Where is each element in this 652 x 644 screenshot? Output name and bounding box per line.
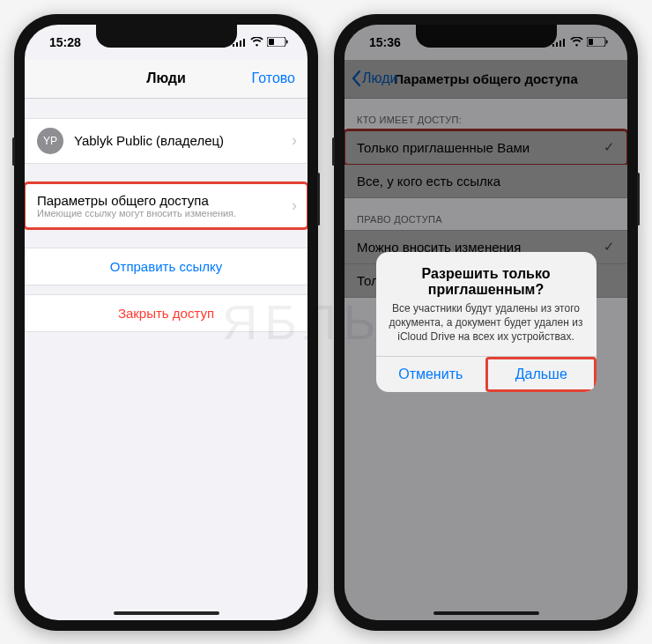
svg-rect-5 bbox=[269, 39, 274, 45]
stop-sharing-button[interactable]: Закрыть доступ bbox=[25, 294, 307, 332]
wifi-icon bbox=[250, 37, 263, 47]
svg-rect-0 bbox=[233, 44, 234, 47]
status-icons bbox=[233, 37, 288, 47]
sharing-params-row[interactable]: Параметры общего доступа Имеющие ссылку … bbox=[25, 183, 307, 228]
nav-bar: Люди Готово bbox=[25, 60, 307, 99]
home-indicator bbox=[433, 611, 539, 615]
svg-rect-1 bbox=[236, 42, 238, 47]
alert-message: Все участники будут удалены из этого док… bbox=[389, 301, 584, 344]
screen-right: 15:36 Люди Параметры общего доступа КТО … bbox=[345, 25, 627, 620]
sharing-params-title: Параметры общего доступа bbox=[37, 193, 295, 208]
alert-dialog: Разрешить только приглашенным? Все участ… bbox=[376, 252, 596, 393]
notch bbox=[96, 25, 237, 48]
owner-row[interactable]: YP Yablyk Public (владелец) › bbox=[25, 118, 307, 164]
content-left: YP Yablyk Public (владелец) › Параметры … bbox=[25, 99, 307, 620]
alert-title: Разрешить только приглашенным? bbox=[389, 266, 584, 298]
nav-title: Люди bbox=[146, 70, 186, 86]
phone-left: 15:28 Люди Готово YP Yablyk Public (влад… bbox=[14, 14, 318, 631]
send-link-button[interactable]: Отправить ссылку bbox=[25, 248, 307, 285]
phone-right: 15:36 Люди Параметры общего доступа КТО … bbox=[334, 14, 638, 631]
svg-rect-2 bbox=[240, 41, 241, 47]
battery-icon bbox=[267, 37, 288, 47]
screen-left: 15:28 Люди Готово YP Yablyk Public (влад… bbox=[25, 25, 307, 620]
chevron-right-icon: › bbox=[292, 131, 297, 150]
stage: 15:28 Люди Готово YP Yablyk Public (влад… bbox=[14, 14, 638, 631]
home-indicator bbox=[114, 611, 219, 615]
owner-label: Yablyk Public (владелец) bbox=[74, 133, 224, 148]
sharing-params-subtitle: Имеющие ссылку могут вносить изменения. bbox=[37, 208, 295, 218]
owner-avatar: YP bbox=[37, 128, 63, 154]
nav-done-button[interactable]: Готово bbox=[252, 70, 295, 86]
svg-rect-6 bbox=[286, 41, 288, 44]
modal-overlay: Разрешить только приглашенным? Все участ… bbox=[345, 25, 627, 620]
svg-rect-3 bbox=[243, 39, 245, 47]
chevron-right-icon: › bbox=[292, 196, 297, 215]
alert-cancel-button[interactable]: Отменить bbox=[376, 357, 486, 392]
alert-continue-button[interactable]: Дальше bbox=[485, 357, 596, 392]
status-time: 15:28 bbox=[49, 35, 81, 49]
